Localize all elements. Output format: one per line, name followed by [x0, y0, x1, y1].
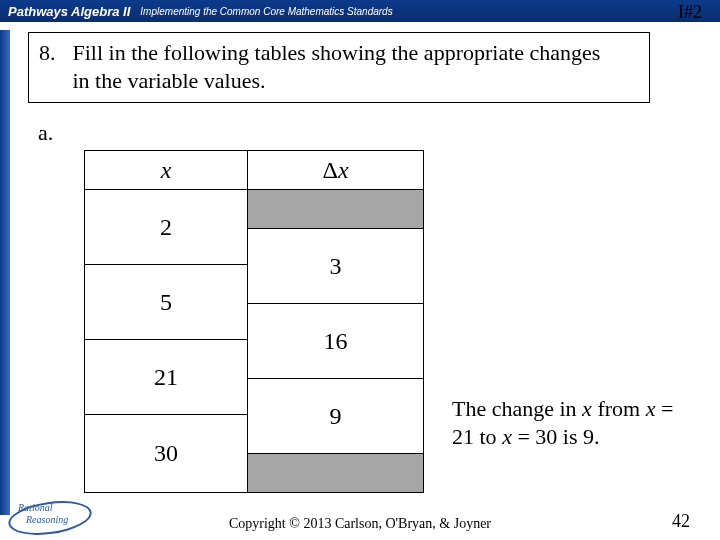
- dx-val-0: 3: [248, 229, 424, 304]
- explanation-note: The change in x from x = 21 to x = 30 is…: [452, 395, 682, 450]
- question-box: 8. Fill in the following tables showing …: [28, 32, 650, 103]
- page-number: 42: [672, 511, 690, 532]
- col-header-x: x: [85, 151, 248, 190]
- header-bar: Pathways Algebra II Implementing the Com…: [0, 0, 720, 22]
- brand-subtitle: Implementing the Common Core Mathematics…: [140, 6, 392, 17]
- x-val-0: 2: [85, 190, 248, 265]
- dx-val-2: 9: [248, 379, 424, 454]
- brand-title: Pathways Algebra II: [8, 4, 130, 19]
- copyright-footer: Copyright © 2013 Carlson, O'Bryan, & Joy…: [0, 516, 720, 532]
- page-tag: I#2: [678, 2, 702, 23]
- logo-line1: Rational: [18, 502, 52, 513]
- x-val-1: 5: [85, 265, 248, 340]
- dx-val-1: 16: [248, 304, 424, 379]
- part-label-a: a.: [38, 120, 53, 146]
- left-accent-band: [0, 30, 10, 515]
- question-text: Fill in the following tables showing the…: [73, 39, 613, 94]
- x-val-2: 21: [85, 340, 248, 415]
- x-val-3: 30: [85, 415, 248, 493]
- col-header-dx: Δx: [248, 151, 424, 190]
- dx-shade-bottom: [248, 454, 424, 493]
- data-table: x Δx 2 3 5 16 21 9 30: [84, 150, 424, 493]
- question-number: 8.: [39, 39, 67, 67]
- dx-shade-top: [248, 190, 424, 229]
